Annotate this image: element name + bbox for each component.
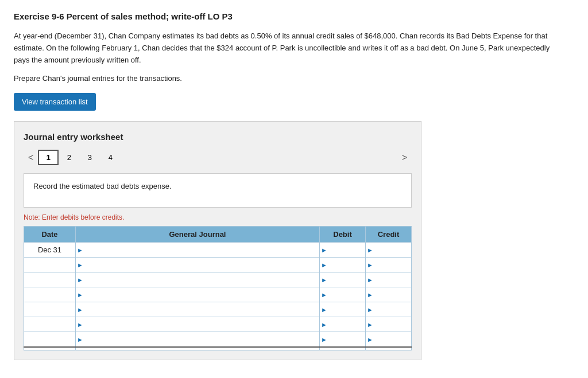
journal-input[interactable]: [76, 332, 319, 346]
next-tab-chevron[interactable]: >: [397, 150, 412, 165]
prepare-text: Prepare Chan's journal entries for the t…: [14, 74, 574, 83]
journal-cell[interactable]: ►: [76, 258, 320, 272]
tab-4[interactable]: 4: [100, 150, 121, 165]
arrow-indicator: ►: [321, 336, 327, 343]
journal-input[interactable]: [76, 302, 319, 317]
credit-cell[interactable]: ►: [366, 258, 412, 272]
note-text: Note: Enter debits before credits.: [24, 213, 412, 221]
bottom-line-row: [24, 347, 412, 350]
journal-input[interactable]: [76, 317, 319, 332]
date-cell: [24, 302, 76, 317]
debit-cell[interactable]: ►: [320, 243, 366, 258]
journal-input[interactable]: [76, 272, 319, 287]
journal-cell[interactable]: ►: [76, 243, 320, 258]
page-title: Exercise 9-6 Percent of sales method; wr…: [14, 11, 574, 21]
table-row: ► ► ►: [24, 317, 412, 332]
debit-cell[interactable]: ►: [320, 258, 366, 272]
journal-input[interactable]: [76, 287, 319, 302]
arrow-indicator: ►: [77, 247, 83, 254]
credit-cell[interactable]: ►: [366, 287, 412, 302]
debit-cell[interactable]: ►: [320, 317, 366, 332]
arrow-indicator: ►: [77, 321, 83, 328]
arrow-indicator: ►: [77, 291, 83, 298]
arrow-indicator: ►: [367, 291, 373, 298]
arrow-indicator: ►: [367, 336, 373, 343]
debit-cell[interactable]: ►: [320, 332, 366, 347]
journal-cell[interactable]: ►: [76, 317, 320, 332]
arrow-indicator: ►: [367, 321, 373, 328]
bottom-debit: [320, 347, 366, 350]
bottom-credit: [366, 347, 412, 350]
journal-input[interactable]: [76, 243, 319, 257]
tab-2[interactable]: 2: [59, 150, 79, 165]
header-debit: Debit: [320, 227, 366, 243]
journal-table: Date General Journal Debit Credit Dec 31…: [24, 226, 412, 350]
table-row: ► ► ►: [24, 332, 412, 347]
journal-cell[interactable]: ►: [76, 287, 320, 302]
view-transaction-list-button[interactable]: View transaction list: [14, 93, 96, 111]
credit-cell[interactable]: ►: [366, 243, 412, 258]
debit-cell[interactable]: ►: [320, 302, 366, 317]
arrow-indicator: ►: [367, 262, 373, 268]
arrow-indicator: ►: [321, 291, 327, 298]
table-row: Dec 31 ► ► ►: [24, 243, 412, 258]
table-row: ► ► ►: [24, 287, 412, 302]
date-cell: [24, 272, 76, 287]
credit-cell[interactable]: ►: [366, 332, 412, 347]
arrow-indicator: ►: [77, 306, 83, 313]
tabs-row: < 1 2 3 4 >: [24, 150, 412, 165]
instruction-box: Record the estimated bad debts expense.: [24, 173, 412, 208]
table-row: ► ► ►: [24, 272, 412, 287]
credit-cell[interactable]: ►: [366, 272, 412, 287]
header-date: Date: [24, 227, 76, 243]
header-general-journal: General Journal: [76, 227, 320, 243]
arrow-indicator: ►: [367, 276, 373, 283]
arrow-indicator: ►: [321, 276, 327, 283]
table-row: ► ► ►: [24, 258, 412, 272]
prev-tab-chevron[interactable]: <: [24, 150, 38, 165]
arrow-indicator: ►: [77, 276, 83, 283]
arrow-indicator: ►: [367, 247, 373, 254]
arrow-indicator: ►: [321, 247, 327, 254]
bottom-date: [24, 347, 76, 350]
arrow-indicator: ►: [321, 321, 327, 328]
debit-cell[interactable]: ►: [320, 272, 366, 287]
journal-cell[interactable]: ►: [76, 302, 320, 317]
date-cell: [24, 332, 76, 347]
journal-cell[interactable]: ►: [76, 332, 320, 347]
worksheet-container: Journal entry worksheet < 1 2 3 4 > Reco…: [14, 121, 421, 360]
date-cell: [24, 258, 76, 272]
journal-cell[interactable]: ►: [76, 272, 320, 287]
date-cell: Dec 31: [24, 243, 76, 258]
date-cell: [24, 317, 76, 332]
date-cell: [24, 287, 76, 302]
credit-cell[interactable]: ►: [366, 302, 412, 317]
arrow-indicator: ►: [367, 306, 373, 313]
debit-cell[interactable]: ►: [320, 287, 366, 302]
arrow-indicator: ►: [321, 306, 327, 313]
bottom-journal: [76, 347, 320, 350]
arrow-indicator: ►: [77, 262, 83, 268]
description-text: At year-end (December 31), Chan Company …: [14, 30, 565, 66]
arrow-indicator: ►: [321, 262, 327, 268]
arrow-indicator: ►: [77, 336, 83, 343]
table-row: ► ► ►: [24, 302, 412, 317]
credit-cell[interactable]: ►: [366, 317, 412, 332]
header-credit: Credit: [366, 227, 412, 243]
tab-1[interactable]: 1: [38, 150, 59, 165]
tab-3[interactable]: 3: [79, 150, 100, 165]
journal-input[interactable]: [76, 258, 319, 272]
worksheet-title: Journal entry worksheet: [24, 132, 412, 142]
